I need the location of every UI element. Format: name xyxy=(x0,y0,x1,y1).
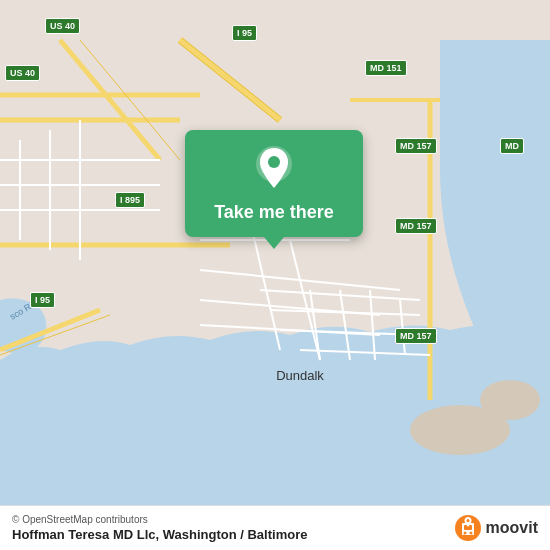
shield-us40-1: US 40 xyxy=(45,18,80,34)
shield-md151: MD 151 xyxy=(365,60,407,76)
moovit-logo: moovit xyxy=(454,514,538,542)
shield-md157-2: MD 157 xyxy=(395,218,437,234)
shield-i95-top: I 95 xyxy=(232,25,257,41)
svg-point-2 xyxy=(480,380,540,420)
bottom-bar: © OpenStreetMap contributors Hoffman Ter… xyxy=(0,505,550,550)
shield-i95-bottom: I 95 xyxy=(30,292,55,308)
bottom-left-info: © OpenStreetMap contributors Hoffman Ter… xyxy=(12,514,307,542)
svg-point-44 xyxy=(466,519,469,522)
svg-point-39 xyxy=(268,156,280,168)
shield-us40-2: US 40 xyxy=(5,65,40,81)
moovit-brand-icon xyxy=(454,514,482,542)
take-me-there-button[interactable]: Take me there xyxy=(214,202,334,223)
map-container: sco River Dundalk US 40 US 40 I 95 I 895… xyxy=(0,0,550,550)
moovit-brand-text: moovit xyxy=(486,519,538,537)
shield-md157-3: MD 157 xyxy=(395,328,437,344)
location-pin-icon xyxy=(254,146,294,194)
shield-i895: I 895 xyxy=(115,192,145,208)
popup-card: Take me there xyxy=(185,130,363,237)
svg-point-43 xyxy=(469,532,472,535)
shield-md157-1: MD 157 xyxy=(395,138,437,154)
shield-md-right: MD xyxy=(500,138,524,154)
osm-attribution: © OpenStreetMap contributors xyxy=(12,514,307,525)
svg-text:Dundalk: Dundalk xyxy=(276,368,324,383)
location-name: Hoffman Teresa MD Llc, Washington / Balt… xyxy=(12,527,307,542)
svg-point-42 xyxy=(463,532,466,535)
map-svg: sco River Dundalk xyxy=(0,0,550,550)
